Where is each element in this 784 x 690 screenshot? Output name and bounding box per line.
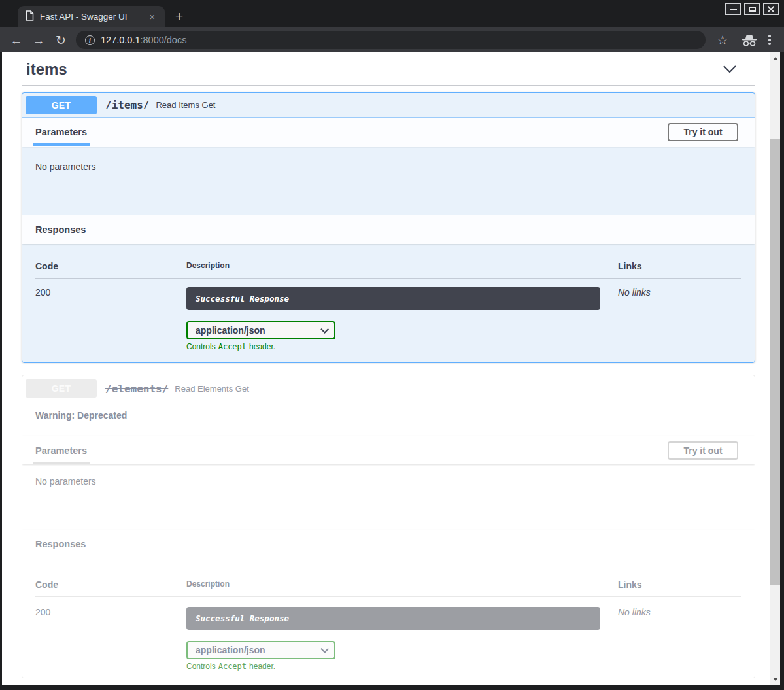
column-header-description: Description [186,261,618,279]
tab-title: Fast API - Swagger UI [40,12,141,22]
column-header-links: Links [618,261,741,279]
reload-icon[interactable]: ↻ [51,34,71,46]
incognito-icon [740,34,759,46]
tab-strip: Fast API - Swagger UI × + [0,0,784,27]
accept-header-note: ControlsAcceptheader. [186,342,618,351]
browser-toolbar: ← → ↻ i 127.0.0.1:8000/docs ☆ [0,27,784,52]
window-close-button[interactable] [763,3,779,15]
swagger-page: items GET /items/ Read Items Get Paramet… [2,52,770,685]
parameters-header: Parameters Try it out [22,118,755,147]
url-path: :8000/docs [140,35,186,45]
parameters-tab[interactable]: Parameters [35,445,87,456]
scrollbar-up-arrow-icon[interactable] [770,54,780,63]
url-host: 127.0.0.1 [101,35,140,45]
page-scrollbar[interactable] [770,52,780,685]
response-code: 200 [35,279,186,351]
forward-icon[interactable]: → [29,34,48,46]
column-header-links: Links [618,579,741,597]
tab-close-icon[interactable]: × [147,11,157,22]
media-type-value: application/json [196,645,265,655]
responses-title: Responses [35,539,86,549]
chevron-down-icon [320,325,329,334]
window-maximize-button[interactable] [744,3,760,15]
opblock-summary[interactable]: GET /elements/ Read Elements Get [22,375,755,402]
back-icon[interactable]: ← [7,34,26,46]
new-tab-button[interactable]: + [175,9,183,23]
endpoint-path: /elements/ [105,383,168,395]
chevron-down-icon [320,645,329,653]
response-description-bar: Successful Response [186,607,600,630]
endpoint-path: /items/ [105,99,149,111]
no-parameters-text: No parameters [35,476,96,487]
no-parameters-text: No parameters [35,162,96,172]
method-badge: GET [26,96,97,114]
response-links: No links [618,597,741,671]
tag-title: items [26,60,67,78]
column-header-code: Code [35,579,186,597]
try-it-out-button[interactable]: Try it out [668,123,738,141]
response-code: 200 [35,597,186,671]
url-text: 127.0.0.1:8000/docs [101,35,186,45]
method-badge: GET [26,379,97,398]
parameters-body: No parameters [22,147,755,215]
response-description-bar: Successful Response [186,287,600,310]
browser-tab[interactable]: Fast API - Swagger UI × [18,6,165,27]
window-controls [725,3,779,15]
responses-header: Responses [22,215,755,244]
parameters-body: No parameters [22,464,755,530]
media-type-value: application/json [196,325,265,336]
endpoint-summary: Read Elements Get [175,384,248,394]
accept-header-note: ControlsAcceptheader. [186,662,618,671]
collapse-chevron-icon[interactable] [723,65,737,74]
opblock-get-items: GET /items/ Read Items Get Parameters Tr… [22,92,755,363]
opblock-summary[interactable]: GET /items/ Read Items Get [22,93,755,118]
try-it-out-button[interactable]: Try it out [668,441,738,460]
deprecated-warning: Warning: Deprecated [22,402,755,436]
responses-header: Responses [22,530,755,559]
responses-title: Responses [35,224,86,235]
media-type-select[interactable]: application/json [186,321,335,339]
url-bar[interactable]: i 127.0.0.1:8000/docs [76,31,706,49]
opblock-get-elements-deprecated: GET /elements/ Read Elements Get Warning… [22,375,755,678]
responses-table: Code Description Links 200 Successful Re… [35,579,741,671]
parameters-tab[interactable]: Parameters [35,127,87,137]
response-description-cell: Successful Response application/json Con… [186,279,618,351]
window-minimize-button[interactable] [725,3,741,15]
response-links: No links [618,279,741,351]
browser-menu-icon[interactable] [764,35,775,45]
tag-section-header[interactable]: items [22,56,755,86]
page-file-icon [26,10,34,23]
responses-body: Code Description Links 200 Successful Re… [22,559,755,678]
endpoint-summary: Read Items Get [156,100,215,110]
scrollbar-thumb[interactable] [770,139,780,585]
site-info-icon[interactable]: i [85,35,95,45]
parameters-header: Parameters Try it out [22,436,755,464]
bookmark-star-icon[interactable]: ☆ [713,33,732,48]
responses-table: Code Description Links 200 Successful Re… [35,261,741,351]
response-description-cell: Successful Response application/json Con… [186,597,618,671]
media-type-select[interactable]: application/json [186,641,335,659]
column-header-code: Code [35,261,186,279]
column-header-description: Description [186,579,618,597]
scrollbar-down-arrow-icon[interactable] [770,674,780,683]
responses-body: Code Description Links 200 Successful Re… [22,244,755,362]
